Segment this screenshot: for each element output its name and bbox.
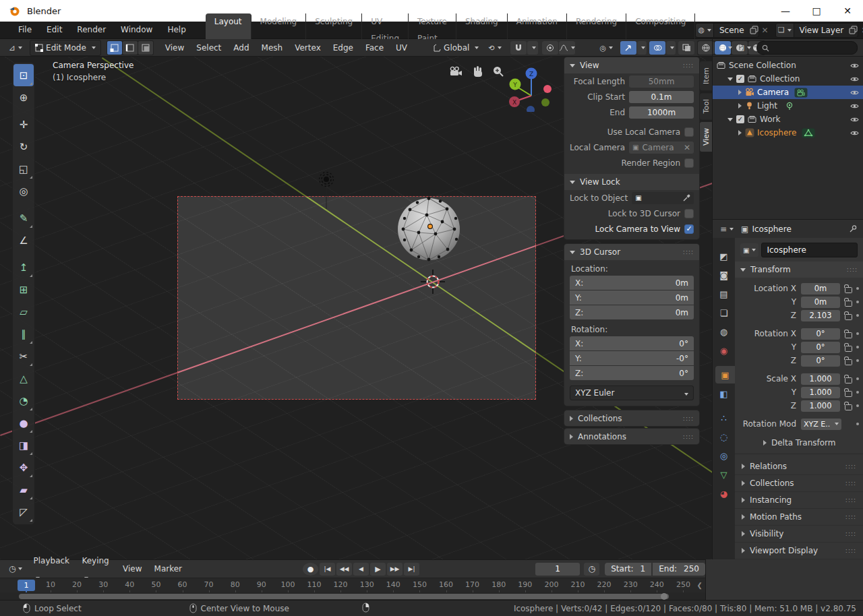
lock-camera-checkbox[interactable]: ✓ bbox=[684, 224, 694, 234]
expand-icon[interactable] bbox=[727, 118, 733, 121]
cursor-location-field[interactable]: Y:0m bbox=[570, 290, 694, 305]
field-clip-start[interactable]: 0.1m bbox=[629, 91, 694, 103]
object-name-field[interactable]: Icosphere bbox=[761, 243, 858, 257]
overlay-settings-icon[interactable] bbox=[666, 41, 676, 55]
camera-frame[interactable] bbox=[177, 196, 536, 400]
viewport-menu-select[interactable]: Select bbox=[190, 40, 227, 56]
proportional-falloff-icon[interactable] bbox=[559, 41, 575, 55]
properties-panel-viewport-display[interactable]: Viewport Display:::: bbox=[735, 543, 863, 559]
lock-icon[interactable] bbox=[845, 404, 852, 410]
transform-value-field[interactable]: 1.000 bbox=[801, 400, 840, 412]
viewport-menu-view[interactable]: View bbox=[159, 40, 190, 56]
ruler-collapse-arrow[interactable]: ❮ bbox=[697, 582, 703, 589]
close-button[interactable]: ✕ bbox=[832, 0, 863, 22]
properties-panel-visibility[interactable]: Visibility:::: bbox=[735, 526, 863, 543]
scene-name[interactable]: Scene bbox=[714, 26, 750, 35]
auto-keying-stopwatch-icon[interactable]: ◷ bbox=[584, 563, 599, 576]
tool-bevel[interactable]: ▱ bbox=[13, 301, 34, 323]
next-keyframe-button[interactable]: ▶▶ bbox=[387, 563, 403, 576]
properties-tab-scene[interactable]: ◍ bbox=[713, 323, 735, 340]
play-reverse-button[interactable]: ◀ bbox=[353, 563, 369, 576]
tool-shear[interactable]: ▰ bbox=[13, 479, 34, 501]
visibility-eye-icon[interactable] bbox=[850, 89, 859, 96]
visibility-eye-icon[interactable] bbox=[850, 75, 859, 83]
navigation-gizmo[interactable]: Z Y X bbox=[507, 62, 557, 112]
use-local-camera-checkbox[interactable] bbox=[684, 127, 694, 137]
cursor-panel-header[interactable]: 3D Cursor:::: bbox=[564, 244, 699, 260]
copy-icon[interactable] bbox=[750, 26, 758, 34]
properties-tab-material[interactable]: ◕ bbox=[713, 485, 735, 502]
object-type-icon[interactable]: ▣ bbox=[740, 243, 758, 257]
icosphere-object[interactable] bbox=[396, 196, 462, 261]
view-layer-selector[interactable]: ❏ View Layer bbox=[775, 23, 859, 38]
cursor-rotation-field[interactable]: Z:0° bbox=[570, 366, 694, 380]
menu-file[interactable]: File bbox=[11, 22, 39, 38]
cursor-rotation-field[interactable]: Y:-0° bbox=[570, 351, 694, 365]
gizmo-settings-icon[interactable] bbox=[637, 41, 647, 55]
tool-shrink-fatten[interactable]: ✥ bbox=[13, 456, 34, 479]
clear-icon[interactable]: ✕ bbox=[684, 143, 690, 152]
transform-value-field[interactable]: 1.000 bbox=[801, 387, 840, 398]
record-button[interactable]: ● bbox=[303, 563, 318, 576]
tool-loop-cut[interactable]: ∥ bbox=[13, 323, 34, 345]
prev-keyframe-button[interactable]: ◀◀ bbox=[336, 563, 352, 576]
visibility-eye-icon[interactable] bbox=[850, 129, 859, 137]
viewport-menu-face[interactable]: Face bbox=[359, 40, 390, 56]
delta-transform-header[interactable]: Delta Transform bbox=[735, 436, 863, 450]
start-frame-field[interactable]: Start:1 bbox=[605, 563, 651, 576]
sidebar-tab-item[interactable]: Item bbox=[699, 61, 712, 91]
lock-3d-cursor-checkbox[interactable] bbox=[684, 209, 694, 218]
view-layer-name[interactable]: View Layer bbox=[794, 26, 850, 35]
collapsed-panel-collections[interactable]: Collections:::: bbox=[564, 410, 699, 426]
mode-selector[interactable]: Edit Mode bbox=[30, 40, 101, 56]
lock-icon[interactable] bbox=[845, 332, 852, 338]
viewport-menu-add[interactable]: Add bbox=[227, 40, 255, 56]
visibility-eye-icon[interactable] bbox=[850, 116, 859, 123]
tool-rotate[interactable]: ↻ bbox=[13, 135, 34, 158]
field-focal-length[interactable]: 50mm bbox=[629, 75, 694, 88]
properties-tab-output[interactable]: ▤ bbox=[713, 285, 735, 303]
collection-checkbox[interactable]: ✓ bbox=[736, 75, 744, 83]
properties-tab-constraints[interactable]: ◎ bbox=[713, 447, 735, 464]
rotation-order-dropdown[interactable]: XYZ Euler bbox=[570, 386, 694, 400]
visibility-eye-icon[interactable] bbox=[850, 102, 859, 110]
tool-inset-faces[interactable]: ⊞ bbox=[13, 278, 34, 301]
visibility-eye-icon[interactable] bbox=[850, 62, 859, 69]
animate-dot-icon[interactable] bbox=[856, 314, 859, 317]
light-object[interactable] bbox=[317, 170, 336, 210]
menu-edit[interactable]: Edit bbox=[39, 22, 69, 38]
view-lock-header[interactable]: View Lock bbox=[564, 174, 699, 190]
scene-selector[interactable]: ◍ Scene bbox=[695, 23, 758, 38]
menu-help[interactable]: Help bbox=[160, 22, 193, 38]
properties-tab-render[interactable]: ◙ bbox=[713, 266, 735, 284]
outliner-row-scene-collection[interactable]: Scene Collection bbox=[713, 59, 863, 72]
menu-render[interactable]: Render bbox=[69, 22, 113, 38]
zoom-icon[interactable] bbox=[492, 65, 504, 78]
editor-type-icon[interactable]: ⊿ bbox=[4, 40, 27, 55]
viewport-menu-uv[interactable]: UV bbox=[390, 40, 413, 56]
outliner-filter-icon[interactable]: ❏ bbox=[735, 40, 754, 55]
lock-icon[interactable] bbox=[845, 377, 852, 383]
orientation-selector[interactable]: Global bbox=[428, 40, 483, 55]
expand-icon[interactable] bbox=[738, 90, 742, 95]
properties-tab-object-data[interactable]: ▽ bbox=[713, 466, 735, 483]
object-visibility-icon[interactable]: ◎ bbox=[595, 40, 618, 55]
animate-dot-icon[interactable] bbox=[856, 391, 859, 394]
rotation-mode-dropdown[interactable]: XYZ E.. bbox=[801, 419, 841, 430]
lock-icon[interactable] bbox=[845, 391, 852, 397]
cursor-rotation-field[interactable]: X:0° bbox=[570, 336, 694, 350]
transform-value-field[interactable]: 0m bbox=[801, 283, 840, 295]
animate-dot-icon[interactable] bbox=[856, 404, 859, 407]
jump-end-button[interactable]: ▶| bbox=[404, 563, 419, 576]
animate-dot-icon[interactable] bbox=[856, 346, 859, 348]
tool-rip-region[interactable]: ◸ bbox=[13, 501, 34, 523]
properties-tab-tool[interactable]: ◩ bbox=[713, 247, 735, 265]
outliner-row-camera[interactable]: Camera bbox=[713, 86, 863, 99]
timeline-editor-type-icon[interactable]: ◷ bbox=[4, 561, 27, 576]
face-select-mode[interactable] bbox=[138, 41, 153, 55]
tool-transform[interactable]: ◎ bbox=[13, 180, 34, 202]
lock-icon[interactable] bbox=[845, 359, 852, 365]
panel-view-header[interactable]: View:::: bbox=[564, 57, 699, 73]
timeline-menu-view[interactable]: View bbox=[117, 561, 148, 577]
tool-edge-slide[interactable]: ◨ bbox=[13, 434, 34, 456]
